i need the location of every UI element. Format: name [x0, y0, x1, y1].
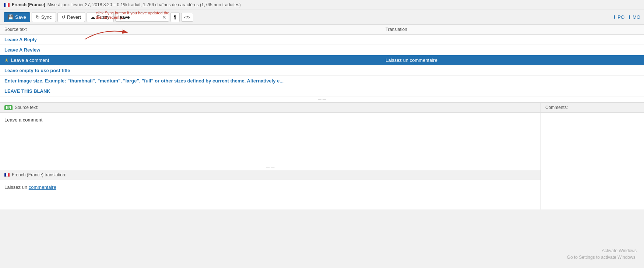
save-icon: 💾 — [8, 14, 14, 20]
row-source: Enter image size. Example: "thumbnail", … — [4, 78, 386, 84]
col-translation-header: Translation — [386, 27, 640, 32]
table-row[interactable]: LEAVE THIS BLANK — [0, 86, 644, 96]
table-row[interactable]: Leave A Review — [0, 45, 644, 55]
paragraph-button[interactable]: ¶ — [170, 12, 180, 22]
top-bar: French (France) Mise à jour: février 27,… — [0, 0, 644, 10]
comments-panel-header: Comments: — [541, 103, 644, 113]
sync-icon: ↻ — [36, 14, 40, 20]
download-po-link[interactable]: ⬇ PO — [612, 14, 624, 20]
translation-link[interactable]: commentaire — [29, 184, 56, 190]
scroll-hint-2: — — — [0, 164, 541, 170]
main-content: Source text Translation Leave A Reply Le… — [0, 25, 644, 209]
code-button[interactable]: </> — [181, 13, 194, 22]
revert-button[interactable]: ↺ Revert — [57, 12, 85, 22]
fr-flag-small-icon — [4, 173, 10, 177]
source-panel: EN Source text: Leave a comment — — Fren… — [0, 103, 541, 209]
star-icon: ★ — [4, 57, 9, 63]
col-source-header: Source text — [4, 27, 386, 32]
fuzzy-button[interactable]: ☁ Fuzzy — [87, 12, 114, 22]
comments-content — [541, 113, 644, 209]
comments-panel: Comments: — [541, 103, 644, 209]
table-row[interactable]: Leave A Reply — [0, 35, 644, 45]
row-source: Leave empty to use post title — [4, 68, 386, 73]
row-source: Leave A Reply — [4, 37, 386, 42]
row-source: LEAVE THIS BLANK — [4, 88, 386, 94]
scroll-hint: — — — [0, 96, 644, 102]
row-source: ★ Leave a comment — [4, 57, 386, 63]
download-mo-icon: ⬇ — [627, 14, 631, 20]
search-clear-icon[interactable]: ✕ — [161, 14, 167, 20]
fr-flag-icon — [4, 3, 10, 7]
table-row[interactable]: Enter image size. Example: "thumbnail", … — [0, 76, 644, 86]
search-input[interactable] — [117, 13, 161, 21]
row-translation: Laissez un commentaire — [386, 57, 640, 63]
table-row[interactable]: Leave empty to use post title — [0, 66, 644, 76]
svg-rect-0 — [4, 3, 6, 7]
table-row-selected[interactable]: ★ Leave a comment Laissez un commentaire — [0, 55, 644, 66]
bottom-section: EN Source text: Leave a comment — — Fren… — [0, 102, 644, 209]
source-panel-label: Source text: — [15, 105, 38, 110]
svg-rect-2 — [8, 3, 10, 7]
table-header: Source text Translation — [0, 25, 644, 35]
svg-rect-6 — [6, 173, 8, 177]
toolbar-right: ⬇ PO ⬇ MO — [612, 14, 640, 20]
revert-icon: ↺ — [61, 14, 66, 20]
comments-header-label: Comments: — [545, 105, 568, 110]
save-button[interactable]: 💾 Save — [4, 12, 30, 22]
source-text: Leave a comment — [4, 117, 42, 123]
translation-text-prefix: Laissez un — [4, 184, 29, 190]
translation-panel-header: French (France) translation: — [0, 170, 541, 180]
source-lang-badge: EN — [4, 105, 13, 110]
svg-rect-7 — [8, 173, 10, 177]
translation-content[interactable]: Laissez un commentaire — [0, 180, 541, 209]
top-bar-flag-label: French (France) — [12, 2, 45, 7]
sync-button[interactable]: ↻ Sync — [32, 12, 56, 22]
download-mo-link[interactable]: ⬇ MO — [627, 14, 640, 20]
top-bar-meta: Mise à jour: février 27, 2018 8:20 – 0.1… — [47, 2, 241, 7]
row-source: Leave A Review — [4, 47, 386, 53]
download-po-icon: ⬇ — [612, 14, 616, 20]
translation-panel-label: French (France) translation: — [12, 172, 66, 177]
fuzzy-icon: ☁ — [91, 14, 95, 20]
toolbar: 💾 Save ↻ Sync ↺ Revert ☁ Fuzzy ✕ ¶ </> c… — [0, 10, 644, 25]
search-box: ✕ — [115, 13, 169, 22]
svg-rect-1 — [6, 3, 8, 7]
source-panel-header: EN Source text: — [0, 103, 541, 113]
source-panel-content: Leave a comment — [0, 113, 541, 164]
svg-rect-5 — [4, 173, 6, 177]
